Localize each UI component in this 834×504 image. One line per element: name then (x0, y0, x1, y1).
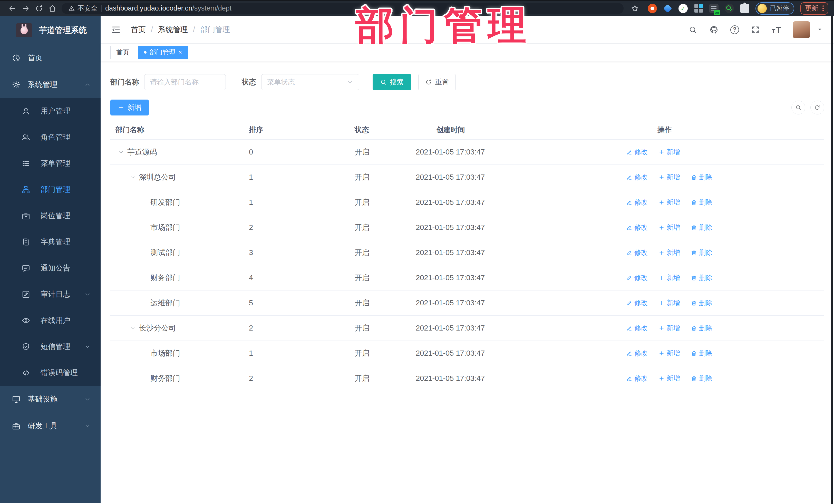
search-icon[interactable] (688, 25, 698, 35)
tab-label: 部门管理 (150, 48, 175, 57)
delete-link[interactable]: 删除 (691, 299, 712, 307)
extension-puzzle-icon[interactable] (740, 4, 749, 13)
menu-item-label: 菜单管理 (41, 158, 70, 169)
delete-link[interactable]: 删除 (691, 223, 712, 232)
edit-link[interactable]: 修改 (626, 248, 648, 257)
user-avatar[interactable] (793, 21, 810, 38)
dept-name-cell: 市场部门 (150, 348, 180, 358)
menu-item-label: 审计日志 (41, 289, 70, 300)
browser-home-button[interactable] (46, 2, 59, 15)
add-child-link[interactable]: 新增 (658, 349, 680, 358)
font-size-icon[interactable]: TT (772, 25, 781, 34)
dept-name-input[interactable]: 请输入部门名称 (144, 74, 226, 90)
search-button-icon (380, 79, 387, 85)
delete-link[interactable]: 删除 (691, 273, 712, 282)
edit-link[interactable]: 修改 (626, 198, 648, 207)
sidebar-menu-item[interactable]: 系统管理 (0, 71, 101, 98)
infrastructure-icon (12, 395, 21, 404)
add-child-link[interactable]: 新增 (658, 324, 680, 333)
sidebar-menu-item[interactable]: 部门管理 (0, 177, 101, 203)
edit-link[interactable]: 修改 (626, 374, 648, 383)
search-button[interactable]: 搜索 (373, 74, 411, 90)
browser-menu-icon[interactable] (822, 5, 824, 11)
sidebar-menu-item[interactable]: 短信管理 (0, 334, 101, 360)
expand-arrow-icon[interactable] (118, 149, 125, 155)
expand-arrow-icon[interactable] (130, 325, 136, 332)
mini-refresh-button[interactable] (810, 101, 824, 114)
sidebar-menu-item[interactable]: 审计日志 (0, 281, 101, 307)
browser-reload-button[interactable] (32, 2, 46, 15)
dept-name-cell: 深圳总公司 (139, 172, 176, 182)
sidebar-menu-item[interactable]: 研发工具 (0, 413, 101, 439)
delete-link[interactable]: 删除 (691, 324, 712, 333)
status-select[interactable]: 菜单状态 (261, 74, 359, 90)
add-child-link[interactable]: 新增 (658, 248, 680, 257)
browser-forward-button[interactable] (19, 2, 32, 15)
delete-link[interactable]: 删除 (691, 374, 712, 383)
delete-link[interactable]: 删除 (691, 173, 712, 182)
sidebar-menu-item[interactable]: 通知公告 (0, 255, 101, 281)
breadcrumb-system[interactable]: 系统管理 (158, 25, 188, 35)
page-tab[interactable]: 首页 (110, 46, 135, 59)
sidebar-menu-item[interactable]: 岗位管理 (0, 203, 101, 229)
edit-link[interactable]: 修改 (626, 173, 648, 182)
browser-profile-button[interactable]: 已暂停 (755, 2, 794, 15)
add-child-link[interactable]: 新增 (658, 148, 680, 156)
mini-search-button[interactable] (791, 101, 805, 114)
security-status[interactable]: 不安全 (68, 4, 97, 13)
add-child-link[interactable]: 新增 (658, 173, 680, 182)
edit-link[interactable]: 修改 (626, 148, 648, 156)
sidebar-menu-item[interactable]: 首页 (0, 45, 101, 71)
dictionary-icon (22, 238, 30, 246)
tab-close-icon[interactable]: × (178, 49, 182, 56)
collapse-menu-icon[interactable] (111, 25, 121, 35)
dept-name-cell: 财务部门 (150, 273, 180, 283)
sidebar-menu-item[interactable]: 角色管理 (0, 124, 101, 150)
extension-ubuntu-icon[interactable] (648, 4, 657, 13)
extension-check-icon[interactable]: ✓ (679, 4, 688, 13)
extension-on-switch-icon[interactable]: on (709, 4, 719, 13)
page-tab[interactable]: 部门管理 × (138, 46, 188, 59)
github-icon[interactable] (709, 25, 719, 35)
sidebar-logo[interactable]: 芋道管理系统 (0, 16, 101, 45)
edit-link[interactable]: 修改 (626, 273, 648, 282)
address-bar[interactable]: 不安全 dashboard.yudao.iocoder.cn/system/de… (62, 3, 623, 14)
sidebar-menu-item[interactable]: 字典管理 (0, 229, 101, 255)
edit-link[interactable]: 修改 (626, 299, 648, 307)
col-header-ops: 操作 (611, 125, 824, 135)
sidebar-menu-item[interactable]: 错误码管理 (0, 360, 101, 386)
browser-back-button[interactable] (6, 2, 19, 15)
edit-link[interactable]: 修改 (626, 349, 648, 358)
add-child-link[interactable]: 新增 (658, 273, 680, 282)
sidebar-menu-item[interactable]: 在线用户 (0, 307, 101, 334)
sidebar-menu-item[interactable]: 用户管理 (0, 98, 101, 124)
add-child-link[interactable]: 新增 (658, 223, 680, 232)
delete-link[interactable]: 删除 (691, 349, 712, 358)
bookmark-star-icon[interactable] (628, 2, 641, 15)
help-icon[interactable]: ? (730, 25, 739, 34)
sidebar-menu-item[interactable]: 菜单管理 (0, 150, 101, 177)
add-dept-button[interactable]: 新增 (110, 100, 149, 115)
add-child-link[interactable]: 新增 (658, 374, 680, 383)
expand-arrow-icon[interactable] (130, 174, 136, 181)
extension-key-icon[interactable] (725, 4, 734, 13)
avatar-caret-icon[interactable] (817, 26, 823, 33)
trash-icon (691, 275, 697, 281)
reset-button[interactable]: 重置 (418, 74, 456, 90)
sort-cell: 4 (241, 273, 347, 282)
extension-grid-icon[interactable] (694, 4, 703, 13)
browser-scrollbar[interactable] (831, 16, 833, 504)
fullscreen-icon[interactable] (751, 25, 760, 35)
dept-name-cell: 市场部门 (150, 222, 180, 233)
edit-link[interactable]: 修改 (626, 324, 648, 333)
browser-update-button[interactable]: 更新 (800, 2, 828, 15)
extension-gem-icon[interactable] (663, 4, 672, 13)
menu-item-label: 基础设施 (28, 394, 58, 404)
delete-link[interactable]: 删除 (691, 248, 712, 257)
delete-link[interactable]: 删除 (691, 198, 712, 207)
sidebar-menu-item[interactable]: 基础设施 (0, 386, 101, 413)
add-child-link[interactable]: 新增 (658, 198, 680, 207)
edit-link[interactable]: 修改 (626, 223, 648, 232)
add-child-link[interactable]: 新增 (658, 299, 680, 307)
breadcrumb-home[interactable]: 首页 (131, 25, 146, 35)
